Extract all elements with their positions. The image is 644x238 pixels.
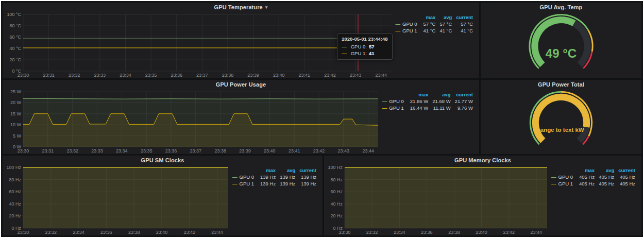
panel-header-gpu-avg-temp[interactable]: GPU Avg. Temp (481, 3, 641, 11)
panel-title[interactable]: GPU Memory Clocks (454, 157, 511, 163)
tooltip-timestamp: 2020-05-01 23:44:48 (342, 36, 387, 42)
legend-value-max: 139 Hz (258, 174, 278, 180)
svg-text:23:32: 23:32 (366, 230, 378, 235)
temperature-chart[interactable]: 0 °C20 °C40 °C60 °C80 °C100 °C23:3023:31… (5, 12, 393, 78)
panel-title[interactable]: GPU SM Clocks (141, 157, 184, 163)
legend-value-avg: 57 °C (437, 21, 454, 27)
svg-text:23:43: 23:43 (350, 73, 361, 78)
legend-col-avg[interactable]: avg (430, 91, 452, 98)
legend-value-max: 405 Hz (577, 174, 597, 180)
legend-col-avg[interactable]: avg (597, 167, 616, 174)
legend-value-max: 139 Hz (258, 180, 278, 187)
legend-header-row: max avg current (230, 167, 318, 174)
legend-series-name[interactable]: GPU 1 (240, 181, 255, 186)
dashboard-row-3: GPU SM Clocks 0 Hz20 Hz40 Hz60 Hz80 Hz10… (3, 156, 641, 235)
legend-col-current[interactable]: current (297, 167, 318, 174)
legend-value-max: 41 °C (421, 27, 438, 34)
legend-table: max avg current —GPU 0 57 °C 57 °C 57 °C… (394, 14, 476, 34)
svg-text:10 W: 10 W (10, 122, 21, 127)
sm-clocks-chart-plot[interactable]: 0 Hz20 Hz40 Hz60 Hz80 Hz100 Hz23:3023:32… (5, 165, 229, 235)
legend-series-name[interactable]: GPU 0 (402, 21, 417, 27)
panel-body: 0 Hz20 Hz40 Hz60 Hz80 Hz100 Hz23:3023:32… (3, 164, 323, 235)
sm-clocks-chart[interactable]: 0 Hz20 Hz40 Hz60 Hz80 Hz100 Hz23:3023:32… (5, 165, 229, 235)
legend-table: max avg current —GPU 0 139 Hz 139 Hz 139… (230, 167, 318, 187)
panel-header-gpu-power-total[interactable]: GPU Power Total (481, 80, 641, 89)
legend-row-gpu0: —GPU 0 139 Hz 139 Hz 139 Hz (230, 174, 318, 180)
svg-text:23:32: 23:32 (69, 73, 80, 78)
svg-text:23:38: 23:38 (448, 230, 460, 235)
panel-header-gpu-memory-clocks[interactable]: GPU Memory Clocks (324, 156, 641, 164)
tooltip-series-name: GPU 0: (351, 43, 367, 50)
legend-col-max[interactable]: max (408, 91, 430, 98)
series-color-marker: — (551, 181, 556, 186)
svg-text:23:34: 23:34 (73, 230, 84, 235)
panel-title[interactable]: GPU Temperature (214, 4, 263, 10)
legend-col-current[interactable]: current (454, 14, 475, 21)
svg-text:100 Hz: 100 Hz (328, 165, 343, 170)
svg-text:23:44: 23:44 (375, 73, 386, 78)
legend-series-name[interactable]: GPU 1 (389, 105, 404, 111)
svg-text:23:33: 23:33 (91, 148, 103, 154)
legend-value-max: 57 °C (421, 21, 438, 27)
series-color-marker: — (382, 105, 387, 111)
legend-col-max[interactable]: max (421, 14, 438, 21)
svg-text:23:42: 23:42 (313, 148, 325, 154)
legend-value-avg: 405 Hz (597, 180, 616, 187)
svg-text:100 Hz: 100 Hz (6, 165, 21, 170)
svg-text:23:42: 23:42 (183, 230, 195, 235)
svg-text:23:40: 23:40 (476, 230, 487, 235)
legend-row-gpu1: —GPU 1 16.44 W 11.11 W 9.76 W (380, 105, 475, 111)
svg-text:25 W: 25 W (10, 89, 21, 94)
panel-gpu-power-usage: GPU Power Usage 0 W5 W10 W15 W20 W25 W23… (3, 80, 479, 154)
legend-series-name[interactable]: GPU 0 (558, 174, 573, 180)
panel-header-gpu-sm-clocks[interactable]: GPU SM Clocks (3, 156, 323, 164)
legend-value-current: 57 °C (454, 21, 475, 27)
tooltip-row: — GPU 0: 57 (342, 43, 387, 50)
svg-text:23:43: 23:43 (338, 148, 349, 154)
temperature-chart-plot[interactable]: 0 °C20 °C40 °C60 °C80 °C100 °C23:3023:31… (5, 12, 393, 78)
legend-table: max avg current —GPU 0 21.86 W 21.68 W 2… (380, 91, 475, 111)
svg-text:23:36: 23:36 (171, 73, 182, 78)
legend-series-name[interactable]: GPU 0 (240, 174, 255, 180)
legend-series-name[interactable]: GPU 1 (558, 181, 573, 186)
legend-col-max[interactable]: max (577, 167, 597, 174)
svg-text:80 °C: 80 °C (9, 23, 21, 28)
panel-gpu-temperature: GPU Temperature ▾ 0 °C20 °C40 °C60 °C80 … (3, 3, 479, 78)
power-chart[interactable]: 0 W5 W10 W15 W20 W25 W23:3023:3123:3223:… (5, 89, 379, 154)
legend-value-avg: 405 Hz (597, 174, 616, 180)
avg-temp-gauge-arc (481, 11, 641, 78)
panel-header-gpu-power-usage[interactable]: GPU Power Usage (3, 80, 479, 89)
svg-text:23:38: 23:38 (214, 148, 226, 154)
legend-col-current[interactable]: current (453, 91, 475, 98)
legend-col-max[interactable]: max (258, 167, 278, 174)
legend-series-name[interactable]: GPU 1 (402, 28, 417, 33)
svg-text:23:35: 23:35 (145, 73, 157, 78)
tooltip-series-value: 41 (369, 50, 375, 57)
power-chart-plot[interactable]: 0 W5 W10 W15 W20 W25 W23:3023:3123:3223:… (5, 89, 379, 154)
tooltip-row: — GPU 1: 41 (342, 50, 387, 57)
legend-series-name[interactable]: GPU 0 (389, 98, 404, 104)
legend-value-max: 16.44 W (408, 105, 430, 111)
legend-value-max: 21.86 W (408, 98, 430, 105)
legend-col-avg[interactable]: avg (437, 14, 454, 21)
legend-row-gpu0: —GPU 0 57 °C 57 °C 57 °C (394, 21, 476, 27)
panel-title[interactable]: GPU Avg. Temp (540, 4, 583, 10)
svg-text:23:32: 23:32 (66, 148, 78, 154)
tooltip-series-value: 57 (369, 43, 375, 50)
legend-col-current[interactable]: current (616, 167, 637, 174)
panel-dropdown-caret-icon[interactable]: ▾ (265, 5, 268, 10)
svg-text:23:36: 23:36 (100, 230, 112, 235)
series-color-marker: — (396, 28, 401, 33)
panel-body: 0 Hz20 Hz40 Hz60 Hz80 Hz100 Hz23:3023:32… (324, 164, 641, 235)
svg-text:40 °C: 40 °C (9, 46, 21, 51)
legend-col-avg[interactable]: avg (278, 167, 297, 174)
series-color-marker: — (551, 174, 556, 180)
svg-text:23:42: 23:42 (503, 230, 515, 235)
panel-header-gpu-temperature[interactable]: GPU Temperature ▾ (3, 3, 479, 11)
panel-title[interactable]: GPU Power Usage (216, 81, 266, 88)
panel-title[interactable]: GPU Power Total (538, 81, 584, 88)
svg-text:23:44: 23:44 (211, 230, 223, 235)
series-color-marker: — (342, 43, 347, 50)
memory-clocks-chart-plot[interactable]: 0 Hz20 Hz40 Hz60 Hz80 Hz100 Hz23:3023:32… (326, 165, 548, 235)
memory-clocks-chart[interactable]: 0 Hz20 Hz40 Hz60 Hz80 Hz100 Hz23:3023:32… (326, 165, 548, 235)
